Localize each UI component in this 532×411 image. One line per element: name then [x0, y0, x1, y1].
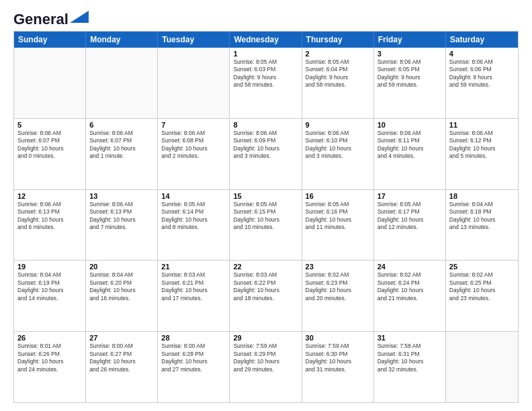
calendar-row-2: 12Sunrise: 8:06 AM Sunset: 6:13 PM Dayli… [14, 189, 518, 261]
day-info: Sunrise: 8:06 AM Sunset: 6:06 PM Dayligh… [449, 58, 515, 89]
day-info: Sunrise: 8:04 AM Sunset: 6:19 PM Dayligh… [17, 271, 82, 302]
day-number: 4 [449, 50, 515, 58]
day-cell-24: 24Sunrise: 8:02 AM Sunset: 6:24 PM Dayli… [374, 261, 446, 331]
day-number: 13 [89, 192, 154, 200]
day-cell-3: 3Sunrise: 8:06 AM Sunset: 6:05 PM Daylig… [374, 48, 446, 118]
day-cell-23: 23Sunrise: 8:02 AM Sunset: 6:23 PM Dayli… [302, 261, 374, 331]
day-cell-29: 29Sunrise: 7:59 AM Sunset: 6:29 PM Dayli… [230, 332, 302, 402]
day-cell-30: 30Sunrise: 7:59 AM Sunset: 6:30 PM Dayli… [302, 332, 374, 402]
calendar-row-3: 19Sunrise: 8:04 AM Sunset: 6:19 PM Dayli… [14, 260, 518, 331]
day-cell-18: 18Sunrise: 8:04 AM Sunset: 6:18 PM Dayli… [446, 190, 518, 261]
day-number: 16 [306, 192, 370, 200]
day-info: Sunrise: 8:04 AM Sunset: 6:20 PM Dayligh… [89, 271, 154, 302]
day-number: 18 [449, 192, 515, 200]
day-cell-11: 11Sunrise: 8:06 AM Sunset: 6:12 PM Dayli… [446, 119, 518, 189]
day-number: 14 [161, 192, 226, 200]
day-number: 9 [306, 121, 370, 129]
day-cell-22: 22Sunrise: 8:03 AM Sunset: 6:22 PM Dayli… [230, 261, 302, 331]
logo-general: General [13, 11, 69, 28]
day-number: 20 [89, 263, 154, 271]
weekday-header-friday: Friday [374, 32, 446, 48]
day-info: Sunrise: 8:00 AM Sunset: 6:28 PM Dayligh… [161, 342, 226, 373]
day-cell-2: 2Sunrise: 8:05 AM Sunset: 6:04 PM Daylig… [302, 48, 374, 118]
weekday-header-thursday: Thursday [302, 32, 374, 48]
day-info: Sunrise: 8:06 AM Sunset: 6:13 PM Dayligh… [89, 201, 154, 232]
day-cell-13: 13Sunrise: 8:06 AM Sunset: 6:13 PM Dayli… [86, 190, 158, 261]
day-number: 6 [89, 121, 154, 129]
calendar-row-4: 26Sunrise: 8:01 AM Sunset: 6:26 PM Dayli… [14, 331, 518, 402]
day-number: 25 [449, 263, 515, 271]
day-info: Sunrise: 8:06 AM Sunset: 6:07 PM Dayligh… [89, 130, 154, 161]
day-info: Sunrise: 7:59 AM Sunset: 6:30 PM Dayligh… [306, 342, 370, 373]
day-cell-19: 19Sunrise: 8:04 AM Sunset: 6:19 PM Dayli… [14, 261, 86, 331]
day-info: Sunrise: 8:02 AM Sunset: 6:24 PM Dayligh… [378, 271, 442, 302]
day-cell-7: 7Sunrise: 8:06 AM Sunset: 6:08 PM Daylig… [158, 119, 230, 189]
day-number: 12 [17, 192, 82, 200]
day-cell-5: 5Sunrise: 8:06 AM Sunset: 6:07 PM Daylig… [14, 119, 86, 189]
day-info: Sunrise: 8:05 AM Sunset: 6:14 PM Dayligh… [161, 201, 226, 232]
day-number: 21 [161, 263, 226, 271]
day-number: 5 [17, 121, 82, 129]
day-info: Sunrise: 8:00 AM Sunset: 6:27 PM Dayligh… [89, 342, 154, 373]
day-number: 30 [306, 334, 370, 342]
day-info: Sunrise: 8:06 AM Sunset: 6:05 PM Dayligh… [378, 58, 442, 89]
day-cell-27: 27Sunrise: 8:00 AM Sunset: 6:27 PM Dayli… [86, 332, 158, 402]
day-info: Sunrise: 8:06 AM Sunset: 6:09 PM Dayligh… [233, 130, 298, 161]
svg-marker-0 [70, 11, 89, 23]
day-cell-21: 21Sunrise: 8:03 AM Sunset: 6:21 PM Dayli… [158, 261, 230, 331]
day-info: Sunrise: 8:02 AM Sunset: 6:23 PM Dayligh… [306, 271, 370, 302]
day-number: 1 [233, 50, 298, 58]
day-info: Sunrise: 8:04 AM Sunset: 6:18 PM Dayligh… [449, 201, 515, 232]
day-cell-26: 26Sunrise: 8:01 AM Sunset: 6:26 PM Dayli… [14, 332, 86, 402]
calendar-header: SundayMondayTuesdayWednesdayThursdayFrid… [14, 32, 518, 48]
day-number: 19 [17, 263, 82, 271]
day-cell-1: 1Sunrise: 8:05 AM Sunset: 6:03 PM Daylig… [230, 48, 302, 118]
day-cell-14: 14Sunrise: 8:05 AM Sunset: 6:14 PM Dayli… [158, 190, 230, 261]
day-info: Sunrise: 7:58 AM Sunset: 6:31 PM Dayligh… [378, 342, 442, 373]
logo-icon [70, 11, 89, 23]
day-info: Sunrise: 8:06 AM Sunset: 6:07 PM Dayligh… [17, 130, 82, 161]
weekday-header-wednesday: Wednesday [230, 32, 302, 48]
day-cell-17: 17Sunrise: 8:05 AM Sunset: 6:17 PM Dayli… [374, 190, 446, 261]
day-info: Sunrise: 8:05 AM Sunset: 6:17 PM Dayligh… [378, 201, 442, 232]
empty-cell [86, 48, 158, 118]
day-cell-8: 8Sunrise: 8:06 AM Sunset: 6:09 PM Daylig… [230, 119, 302, 189]
day-info: Sunrise: 8:05 AM Sunset: 6:04 PM Dayligh… [306, 58, 370, 89]
day-info: Sunrise: 8:06 AM Sunset: 6:13 PM Dayligh… [17, 201, 82, 232]
logo: General [13, 11, 89, 24]
day-info: Sunrise: 8:06 AM Sunset: 6:11 PM Dayligh… [378, 130, 442, 161]
calendar-row-0: 1Sunrise: 8:05 AM Sunset: 6:03 PM Daylig… [14, 48, 518, 118]
day-info: Sunrise: 8:05 AM Sunset: 6:03 PM Dayligh… [233, 58, 298, 89]
day-cell-25: 25Sunrise: 8:02 AM Sunset: 6:25 PM Dayli… [446, 261, 518, 331]
day-number: 24 [378, 263, 442, 271]
calendar-body: 1Sunrise: 8:05 AM Sunset: 6:03 PM Daylig… [14, 48, 518, 402]
day-info: Sunrise: 8:03 AM Sunset: 6:21 PM Dayligh… [161, 271, 226, 302]
weekday-header-monday: Monday [86, 32, 158, 48]
day-cell-20: 20Sunrise: 8:04 AM Sunset: 6:20 PM Dayli… [86, 261, 158, 331]
day-cell-15: 15Sunrise: 8:05 AM Sunset: 6:15 PM Dayli… [230, 190, 302, 261]
empty-cell [158, 48, 230, 118]
day-info: Sunrise: 8:03 AM Sunset: 6:22 PM Dayligh… [233, 271, 298, 302]
day-number: 22 [233, 263, 298, 271]
day-cell-12: 12Sunrise: 8:06 AM Sunset: 6:13 PM Dayli… [14, 190, 86, 261]
day-number: 8 [233, 121, 298, 129]
calendar: SundayMondayTuesdayWednesdayThursdayFrid… [13, 31, 519, 403]
day-info: Sunrise: 8:06 AM Sunset: 6:12 PM Dayligh… [449, 130, 515, 161]
day-info: Sunrise: 8:05 AM Sunset: 6:15 PM Dayligh… [233, 201, 298, 232]
weekday-header-sunday: Sunday [14, 32, 86, 48]
day-info: Sunrise: 7:59 AM Sunset: 6:29 PM Dayligh… [233, 342, 298, 373]
day-info: Sunrise: 8:01 AM Sunset: 6:26 PM Dayligh… [17, 342, 82, 373]
page: General SundayMondayTuesdayWednesdayThur… [0, 0, 532, 411]
header: General [13, 11, 519, 24]
day-number: 10 [378, 121, 442, 129]
day-info: Sunrise: 8:05 AM Sunset: 6:16 PM Dayligh… [306, 201, 370, 232]
weekday-header-saturday: Saturday [446, 32, 518, 48]
day-cell-4: 4Sunrise: 8:06 AM Sunset: 6:06 PM Daylig… [446, 48, 518, 118]
day-number: 26 [17, 334, 82, 342]
day-number: 15 [233, 192, 298, 200]
day-info: Sunrise: 8:02 AM Sunset: 6:25 PM Dayligh… [449, 271, 515, 302]
day-cell-31: 31Sunrise: 7:58 AM Sunset: 6:31 PM Dayli… [374, 332, 446, 402]
weekday-header-tuesday: Tuesday [158, 32, 230, 48]
day-cell-28: 28Sunrise: 8:00 AM Sunset: 6:28 PM Dayli… [158, 332, 230, 402]
day-number: 23 [306, 263, 370, 271]
